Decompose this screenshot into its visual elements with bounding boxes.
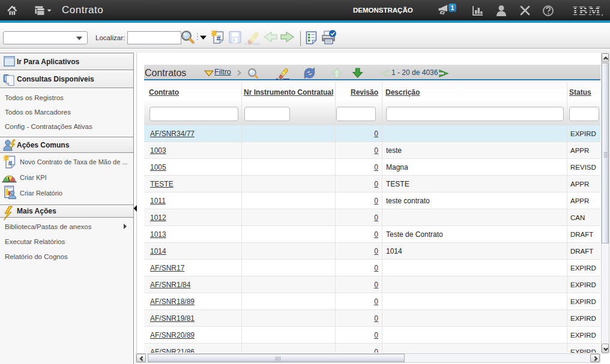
- svg-text:#: #: [8, 160, 13, 167]
- svg-text:#: #: [217, 34, 221, 43]
